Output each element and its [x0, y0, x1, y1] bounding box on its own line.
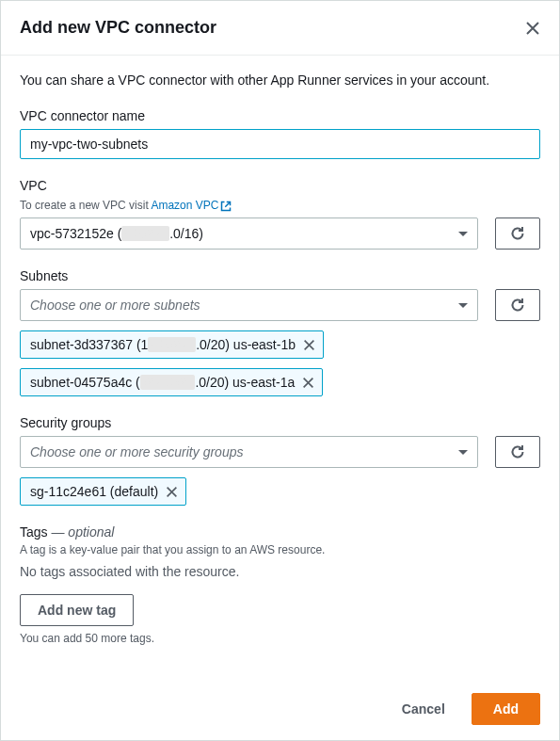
vpc-connector-name-label: VPC connector name	[20, 108, 540, 123]
subnet-chip-label: subnet-04575a4c (000.000.0/20) us-east-1…	[30, 375, 295, 390]
refresh-icon	[510, 298, 525, 313]
tags-group: Tags — optional A tag is a key-value pai…	[20, 524, 540, 645]
subnet-chip-remove[interactable]	[302, 377, 314, 389]
tags-title-row: Tags — optional	[20, 524, 540, 540]
subnets-label: Subnets	[20, 268, 540, 283]
vpc-hint: To create a new VPC visit Amazon VPC	[20, 199, 540, 212]
security-groups-select[interactable]: Choose one or more security groups	[20, 436, 478, 468]
close-icon	[525, 21, 540, 36]
security-group-chip-label: sg-11c24e61 (default)	[30, 484, 158, 499]
tags-limit-text: You can add 50 more tags.	[20, 632, 540, 645]
close-icon	[303, 339, 315, 351]
security-group-chip: sg-11c24e61 (default)	[20, 477, 186, 506]
tags-optional: — optional	[51, 524, 114, 540]
refresh-icon	[510, 444, 525, 459]
intro-text: You can share a VPC connector with other…	[20, 72, 540, 88]
subnets-select[interactable]: Choose one or more subnets	[20, 289, 478, 321]
tags-empty-text: No tags associated with the resource.	[20, 564, 540, 579]
subnet-chip-remove[interactable]	[303, 339, 315, 351]
tags-description: A tag is a key-value pair that you assig…	[20, 543, 540, 556]
close-button[interactable]	[525, 21, 540, 36]
security-groups-chips: sg-11c24e61 (default)	[20, 477, 540, 506]
tags-title: Tags	[20, 524, 48, 540]
subnet-chip-label: subnet-3d337367 (100.000.0/20) us-east-1…	[30, 337, 296, 352]
vpc-connector-name-input[interactable]	[20, 129, 540, 159]
security-groups-group: Security groups Choose one or more secur…	[20, 415, 540, 506]
vpc-connector-name-group: VPC connector name	[20, 108, 540, 159]
vpc-selected-value: vpc-5732152e (00.000.0/16)	[30, 226, 203, 241]
modal-title: Add new VPC connector	[20, 18, 216, 38]
vpc-group: VPC To create a new VPC visit Amazon VPC…	[20, 178, 540, 250]
close-icon	[166, 486, 178, 498]
subnets-group: Subnets Choose one or more subnets subne…	[20, 268, 540, 396]
cancel-button[interactable]: Cancel	[385, 693, 462, 725]
subnet-chip: subnet-3d337367 (100.000.0/20) us-east-1…	[20, 330, 324, 359]
security-group-chip-remove[interactable]	[166, 486, 178, 498]
external-link-icon	[220, 201, 232, 212]
security-groups-placeholder: Choose one or more security groups	[30, 444, 243, 459]
amazon-vpc-link[interactable]: Amazon VPC	[151, 199, 232, 212]
modal-header: Add new VPC connector	[1, 1, 559, 56]
modal-body: You can share a VPC connector with other…	[1, 56, 559, 673]
vpc-refresh-button[interactable]	[495, 217, 540, 250]
refresh-icon	[510, 226, 525, 241]
security-groups-refresh-button[interactable]	[495, 436, 540, 468]
vpc-select[interactable]: vpc-5732152e (00.000.0/16)	[20, 217, 478, 250]
vpc-hint-prefix: To create a new VPC visit	[20, 199, 151, 212]
modal-footer: Cancel Add	[1, 678, 559, 740]
close-icon	[302, 377, 314, 389]
subnet-chip: subnet-04575a4c (000.000.0/20) us-east-1…	[20, 368, 323, 396]
subnets-chips: subnet-3d337367 (100.000.0/20) us-east-1…	[20, 330, 540, 396]
vpc-label: VPC	[20, 178, 540, 193]
add-new-tag-button[interactable]: Add new tag	[20, 594, 134, 626]
security-groups-label: Security groups	[20, 415, 540, 430]
subnets-refresh-button[interactable]	[495, 289, 540, 321]
add-button[interactable]: Add	[472, 693, 540, 725]
subnets-placeholder: Choose one or more subnets	[30, 298, 200, 313]
